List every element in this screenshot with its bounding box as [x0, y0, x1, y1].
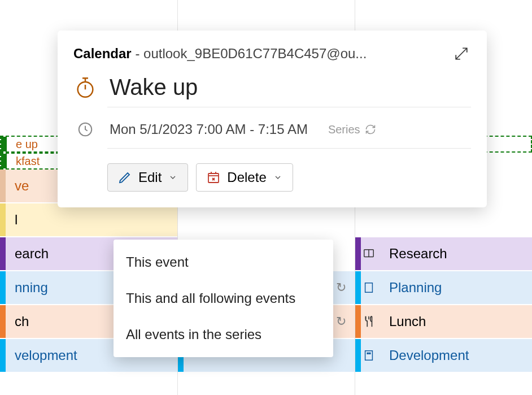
stopwatch-icon [73, 76, 97, 99]
title-row: Wake up [73, 75, 471, 100]
chevron-down-icon [168, 173, 177, 182]
cal-event[interactable]: Research [355, 237, 532, 271]
menu-this-event[interactable]: This event [114, 244, 333, 280]
building-icon [362, 349, 376, 362]
action-row: Edit Delete [107, 163, 471, 192]
menu-all-series[interactable]: All events in the series [114, 316, 333, 353]
event-title: Research [389, 246, 525, 262]
event-time: Mon 5/1/2023 7:00 AM - 7:15 AM [110, 121, 308, 137]
time-row: Mon 5/1/2023 7:00 AM - 7:15 AM Series [73, 118, 471, 141]
svg-rect-9 [369, 353, 370, 354]
delete-calendar-icon [207, 171, 220, 184]
cal-event[interactable]: l [0, 203, 177, 237]
edit-dropdown-menu: This event This and all following events… [114, 240, 333, 357]
svg-rect-2 [365, 283, 373, 293]
menu-following-events[interactable]: This and all following events [114, 280, 333, 316]
calendar-name: Calendar [73, 46, 132, 61]
svg-rect-8 [367, 353, 368, 354]
delete-button[interactable]: Delete [196, 163, 293, 192]
book-icon [362, 247, 376, 261]
cal-event[interactable]: Development [355, 339, 532, 373]
fork-icon [362, 315, 376, 328]
recur-icon: ↻ [334, 315, 348, 328]
account-email: outlook_9BE0D61C77B4C457@ou... [143, 46, 367, 61]
recur-icon [365, 124, 376, 135]
series-label: Series [328, 123, 360, 136]
recur-icon: ↻ [334, 281, 348, 294]
cal-event[interactable]: Planning [355, 271, 532, 305]
svg-rect-7 [365, 351, 373, 361]
event-title: Wake up [110, 75, 198, 100]
event-title: Development [389, 348, 525, 363]
series-indicator: Series [328, 123, 376, 136]
separator: - [135, 46, 143, 61]
building-icon [362, 281, 376, 294]
svg-rect-12 [208, 173, 219, 183]
pencil-icon [118, 171, 132, 184]
clock-icon [73, 118, 97, 141]
divider [107, 107, 471, 107]
event-detail-card: Calendar - outlook_9BE0D61C77B4C457@ou..… [58, 31, 487, 207]
event-title: Lunch [389, 314, 525, 329]
delete-label: Delete [227, 170, 266, 185]
edit-label: Edit [138, 170, 162, 185]
chevron-down-icon [273, 173, 282, 182]
event-title: l [15, 212, 171, 228]
event-title: Planning [389, 280, 525, 296]
svg-point-10 [78, 82, 93, 97]
cal-event[interactable]: Lunch [355, 305, 532, 339]
edit-button[interactable]: Edit [107, 163, 188, 192]
divider [107, 148, 471, 149]
expand-icon[interactable] [452, 44, 471, 63]
card-header: Calendar - outlook_9BE0D61C77B4C457@ou..… [73, 44, 471, 63]
